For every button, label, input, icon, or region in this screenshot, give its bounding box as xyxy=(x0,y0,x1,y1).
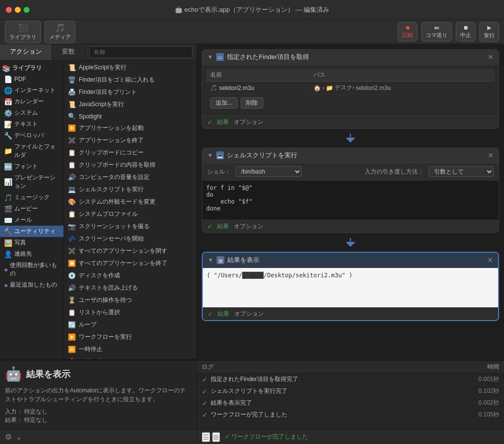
action-quit-all[interactable]: ⏹️ すべてのアプリケーションを終了 xyxy=(64,257,196,269)
status-grid-icon[interactable]: ⊞ xyxy=(212,432,220,442)
shell-result-label[interactable]: 結果 xyxy=(217,222,229,231)
library-button[interactable]: ⬛ ライブラリ xyxy=(5,21,41,43)
search-input[interactable] xyxy=(89,46,192,58)
font-icon: 🔤 xyxy=(4,163,12,171)
tree-item-files[interactable]: 📁 ファイルとフォルダ xyxy=(0,141,63,161)
tree-item-internet[interactable]: 🌐 インターネット xyxy=(0,85,63,96)
recent-icon: ● xyxy=(4,281,8,289)
input-method-select[interactable]: 引数として 標準入力として xyxy=(429,166,494,177)
shell-select[interactable]: /bin/bash /bin/sh /usr/bin/python3 xyxy=(236,166,302,177)
close-button[interactable] xyxy=(6,7,12,13)
action-javascript[interactable]: 📜 JavaScriptを実行 xyxy=(64,98,196,111)
expand-button[interactable]: ⌄ xyxy=(15,432,23,442)
action-loop[interactable]: 🔄 ループ xyxy=(64,319,196,331)
media-icon: 🎵 xyxy=(55,23,65,32)
action-set-volume[interactable]: 🔊 コンピュータの音量を設定 xyxy=(64,171,196,183)
action-quit-app[interactable]: ✖️ アプリケーションを終了 xyxy=(64,134,196,147)
info-panel: 🤖 結果を表示 前のアクションの出力をAutomatorに表示します。ワークフロ… xyxy=(0,359,196,444)
step-button[interactable]: ⏭ コマ送り xyxy=(421,22,452,41)
movie-icon: 🎬 xyxy=(4,205,12,213)
result-block-footer: ✓ 結果 オプション xyxy=(203,307,498,320)
shell-expand-toggle[interactable]: ▼ xyxy=(207,152,213,159)
action-read-text[interactable]: 🔊 テキストを読み上げる xyxy=(64,282,196,294)
action-create-disk[interactable]: 💿 ディスクを作成 xyxy=(64,269,196,282)
action-wait-user[interactable]: ⏳ ユーザの操作を待つ xyxy=(64,294,196,306)
tree-item-calendar[interactable]: 📅 カレンダー xyxy=(0,96,63,107)
delete-button[interactable]: 削除 xyxy=(241,97,263,109)
action-print[interactable]: 🖨️ Finder項目をプリント xyxy=(64,86,196,98)
action-screenshot[interactable]: 📷 スクリーンショットを撮る xyxy=(64,220,196,233)
action-get-clipboard[interactable]: 📋 クリップボードの内容を取得 xyxy=(64,159,196,171)
media-button[interactable]: 🎵 メディア xyxy=(45,21,75,43)
result-block-close[interactable]: ✕ xyxy=(487,256,493,264)
search-bar xyxy=(85,44,196,60)
log-check-0: ✓ xyxy=(202,376,208,384)
tree-item-system[interactable]: ⚙️ システム xyxy=(0,107,63,118)
action-launch-app[interactable]: ▶️ アプリケーションを起動 xyxy=(64,122,196,134)
shell-options-label[interactable]: オプション xyxy=(234,222,263,231)
finder-options-label[interactable]: オプション xyxy=(234,118,263,126)
finder-file-row[interactable]: 🎵 sekitori2.m3u 🏠 › 📁 デスク› xyxy=(206,82,495,94)
action-run-workflow[interactable]: ▶️ ワークフローを実行 xyxy=(64,331,196,343)
action-spotlight[interactable]: 🔍 Spotlight xyxy=(64,111,196,122)
action-trash[interactable]: 🗑️ Finder項目をゴミ箱に入れる xyxy=(64,74,196,86)
tree-item-movie[interactable]: 🎬 ムービー xyxy=(0,203,63,214)
run-button[interactable]: ▶ 実行 xyxy=(479,22,499,42)
tree-item-presentation[interactable]: 📊 プレゼンテーション xyxy=(0,172,63,192)
select-list-icon: 📋 xyxy=(68,309,76,316)
close-apps-icon: ✖️ xyxy=(68,247,76,255)
right-panel: ▼ 🗂 指定されたFinder項目を取得 ✕ 名前 パス xyxy=(197,44,504,444)
tree-item-frequent[interactable]: ● 使用回数が多いもの xyxy=(0,260,63,279)
finder-result-label[interactable]: 結果 xyxy=(217,118,229,126)
fullscreen-button[interactable] xyxy=(24,7,30,13)
result-options-label[interactable]: オプション xyxy=(234,310,264,318)
action-copy-clipboard[interactable]: 📋 クリップボードにコピー xyxy=(64,147,196,159)
tree-item-photos[interactable]: 🖼️ 写真 xyxy=(0,237,63,248)
media-label: メディア xyxy=(49,33,71,41)
action-pause[interactable]: ⏸️ 一時停止 xyxy=(64,343,196,355)
action-applescript[interactable]: 📜 AppleScriptを実行 xyxy=(64,61,196,74)
settings-button[interactable]: ⚙ xyxy=(4,432,13,442)
tree-item-music[interactable]: 🎵 ミュージック xyxy=(0,192,63,203)
screenshot-icon: 📷 xyxy=(68,223,76,230)
music-icon: 🎵 xyxy=(4,194,12,202)
tree-item-library[interactable]: 📚 ライブラリ xyxy=(0,62,63,74)
action-system-profile[interactable]: 📋 システムプロファイル xyxy=(64,208,196,220)
action-close-apps[interactable]: ✖️ すべてのアプリケーションを閉す xyxy=(64,245,196,257)
action-run-shell[interactable]: 💻 シェルスクリプトを実行 xyxy=(64,183,196,196)
tree-item-contacts[interactable]: 👤 連絡先 xyxy=(0,248,63,260)
script-editor[interactable]: for f in "$@" do echo "$f" done xyxy=(202,180,499,220)
minimize-button[interactable] xyxy=(15,7,21,13)
action-confirm[interactable]: ❓ 確認を求める xyxy=(64,355,196,359)
finder-block-close[interactable]: ✕ xyxy=(488,53,494,61)
action-select-list[interactable]: 📋 リストから選択 xyxy=(64,306,196,319)
result-block-icon: 🤖 xyxy=(217,256,224,264)
tree-item-developer[interactable]: 🔧 デベロッパ xyxy=(0,130,63,141)
result-expand-toggle[interactable]: ▼ xyxy=(208,257,214,264)
tree-item-text[interactable]: 📝 テキスト xyxy=(0,118,63,130)
action-screensaver[interactable]: 💤 スクリーンセーバを開始 xyxy=(64,233,196,245)
stop-button[interactable]: ⏹ 中止 xyxy=(456,22,475,41)
finder-block-header: ▼ 🗂 指定されたFinder項目を取得 ✕ xyxy=(202,50,499,65)
stop-label: 中止 xyxy=(460,31,471,39)
tree-item-pdf[interactable]: 📄 PDF xyxy=(0,74,63,85)
add-button[interactable]: 追加... xyxy=(210,97,238,109)
finder-expand-toggle[interactable]: ▼ xyxy=(207,54,213,60)
tree-item-mail[interactable]: ✉️ メール xyxy=(0,214,63,226)
finder-block-body: 名前 パス 🎵 sekitori2.m3u xyxy=(202,65,499,116)
sidebar-content: 📚 ライブラリ 📄 PDF 🌐 インターネット 📅 カレンダー ⚙️ xyxy=(0,60,196,359)
result-footer-label[interactable]: 結果 xyxy=(218,310,229,318)
col-empty xyxy=(479,69,495,82)
tree-item-utility[interactable]: 🔨 ユーティリティ xyxy=(0,226,63,237)
record-button[interactable]: ⏺ 記録 xyxy=(398,22,417,41)
action-change-appearance[interactable]: 🎨 システムの外観モードを変更 xyxy=(64,196,196,208)
tab-actions[interactable]: アクション xyxy=(0,44,52,60)
tree-item-font[interactable]: 🔤 フォント xyxy=(0,161,63,172)
status-list-icon[interactable]: ☰ xyxy=(202,432,210,442)
log-time-2: 0.002秒 xyxy=(470,399,499,407)
finder-block-icon: 🗂 xyxy=(216,53,224,61)
tree-item-recent[interactable]: ● 最近追加したもの xyxy=(0,279,63,291)
tab-variables[interactable]: 変数 xyxy=(52,44,85,60)
shell-block-close[interactable]: ✕ xyxy=(488,151,494,159)
print-icon: 🖨️ xyxy=(68,89,76,96)
